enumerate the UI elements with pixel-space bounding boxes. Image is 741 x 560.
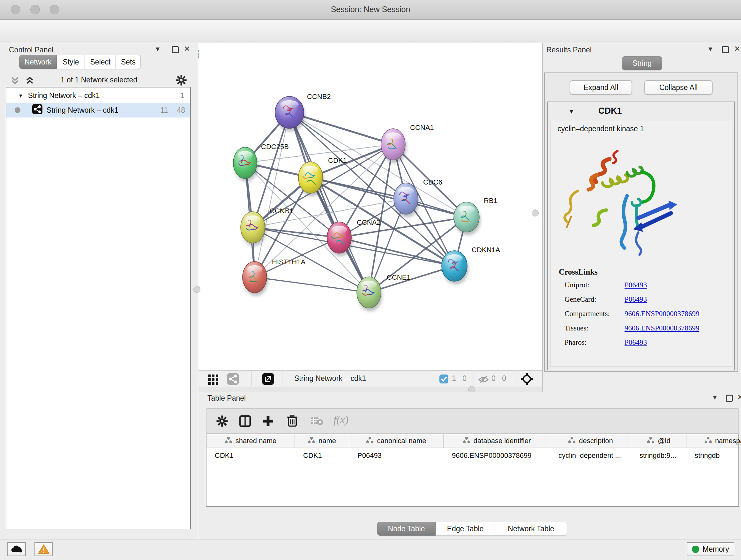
gene-description: cyclin–dependent kinase 1 [557, 125, 644, 133]
node-label-CDKN1A: CDKN1A [472, 246, 500, 254]
crosshair-move-icon[interactable] [520, 372, 534, 387]
left-splitter-handle[interactable] [193, 286, 200, 293]
node-CCNA2[interactable] [327, 222, 353, 256]
crosslink-value-link[interactable]: 9606.ENSP00000378699 [624, 324, 699, 332]
table-panel-title: Table Panel [207, 394, 246, 402]
node-label-CCNE1: CCNE1 [387, 273, 411, 281]
table-cell[interactable]: CDK1 [295, 448, 349, 463]
results-panel-float-icon[interactable] [722, 46, 729, 53]
edge-CDKN1A-CCNE1[interactable] [369, 266, 455, 293]
tab-network-table[interactable]: Network Table [495, 522, 567, 536]
gene-name: CDK1 [598, 106, 622, 116]
delete-table-icon [311, 416, 323, 427]
hidden-eye-icon [478, 374, 489, 386]
warning-icon [38, 544, 50, 554]
table-settings-gear-icon[interactable] [215, 415, 229, 429]
column-header-shared-name[interactable]: shared name [206, 434, 295, 448]
tab-string[interactable]: String [622, 56, 662, 70]
expand-all-button[interactable]: Expand All [569, 80, 632, 95]
table-panel-close-icon[interactable]: ✕ [737, 393, 741, 401]
app-window: Session: New Session [0, 0, 741, 560]
network-view-title: String Network – cdk1 [294, 374, 366, 383]
table-row[interactable]: CDK1CDK1P064939606.ENSP00000378699cyclin… [206, 448, 738, 463]
node-CCNE1[interactable] [357, 277, 382, 311]
crosslink-value-link[interactable]: P06493 [624, 295, 647, 303]
node-CCNB1[interactable] [241, 212, 266, 246]
column-header-database-identifier[interactable]: database identifier [444, 434, 550, 448]
node-CDKN1A[interactable] [442, 251, 468, 285]
column-header-namespace[interactable]: namespace [686, 434, 741, 448]
column-header-description[interactable]: description [550, 434, 631, 448]
edge-CCNB2-HIST1H1A[interactable] [255, 112, 289, 277]
memory-button[interactable]: Memory [687, 542, 734, 556]
network-options-gear-icon[interactable] [175, 74, 188, 88]
expand-all-networks-icon[interactable] [10, 75, 20, 87]
delete-column-trash-icon[interactable] [286, 414, 299, 428]
network-collection-row[interactable]: ▾ String Network – cdk1 1 [6, 88, 190, 103]
tab-node-table[interactable]: Node Table [377, 522, 435, 536]
control-panel-float-icon[interactable] [172, 46, 179, 53]
crosslink-value-link[interactable]: P06493 [624, 338, 647, 347]
open-view-icon[interactable] [262, 373, 274, 387]
edge-CDK1-RB1[interactable] [311, 178, 467, 217]
view-grid-icon[interactable] [207, 373, 219, 386]
statusbar-separator [282, 372, 282, 386]
status-bar: Memory [0, 540, 741, 560]
tab-sets[interactable]: Sets [116, 55, 141, 69]
show-columns-icon[interactable] [239, 415, 252, 429]
gene-collapse-icon[interactable]: ▾ [569, 107, 573, 116]
protein-structure-image [557, 137, 684, 264]
table-panel-float-icon[interactable] [726, 395, 733, 401]
selected-node-edge-counts: 1 - 0 [452, 374, 467, 383]
results-panel-close-icon[interactable]: ✕ [734, 45, 740, 53]
formula-builder-icon: f(x) [333, 414, 348, 426]
collapse-all-button[interactable]: Collapse All [644, 80, 713, 95]
tab-network[interactable]: Network [19, 55, 57, 69]
node-CCNB2[interactable] [275, 97, 305, 132]
control-panel-menu-icon[interactable]: ▾ [156, 45, 159, 53]
node-RB1[interactable] [454, 202, 481, 235]
node-label-CCNA2: CCNA2 [357, 219, 381, 226]
tree-expand-icon[interactable]: ▾ [19, 92, 22, 99]
table-cell[interactable]: 9606.ENSP00000378699 [444, 448, 550, 463]
view-string-badge-icon[interactable] [226, 373, 239, 387]
edge-CCNA2-HIST1H1A[interactable] [255, 238, 339, 277]
network-graph[interactable]: CCNB2CCNA1CDC25BCDK1CDC6RB1CCNB1CCNA2CDK… [199, 43, 542, 370]
node-HIST1H1A[interactable] [243, 261, 268, 296]
tab-select[interactable]: Select [85, 55, 116, 69]
column-header-canonical-name[interactable]: canonical name [349, 434, 444, 448]
collapse-all-networks-icon[interactable] [24, 75, 35, 87]
column-type-icon [308, 436, 315, 445]
table-panel-menu-icon[interactable]: ▾ [713, 393, 717, 401]
warning-status-button[interactable] [35, 542, 53, 556]
table-cell[interactable]: stringdb:9... [631, 448, 686, 463]
network-canvas[interactable]: CCNB2CCNA1CDC25BCDK1CDC6RB1CCNB1CCNA2CDK… [199, 43, 542, 370]
crosslink-value-link[interactable]: P06493 [624, 281, 647, 289]
edge-HIST1H1A-CCNE1[interactable] [255, 277, 369, 293]
table-cell[interactable]: cyclin–dependent ... [550, 448, 631, 463]
tab-edge-table[interactable]: Edge Table [435, 522, 495, 536]
right-splitter-handle[interactable] [532, 209, 539, 216]
table-cell[interactable]: P06493 [349, 448, 444, 463]
column-type-icon [704, 436, 712, 445]
column-header-label: namespace [715, 437, 741, 445]
crosslink-value-link[interactable]: 9606.ENSP00000378699 [624, 310, 699, 318]
table-cell[interactable]: CDK1 [206, 448, 295, 463]
control-panel-close-icon[interactable]: ✕ [184, 45, 190, 53]
cloud-status-button[interactable] [7, 542, 26, 556]
string-network-badge-icon [32, 104, 43, 117]
results-panel: Results Panel ▾ ✕ String Expand All Coll… [542, 43, 741, 392]
crosslink-label: Pharos: [564, 338, 624, 347]
crosslink-label: GeneCard: [564, 295, 624, 304]
selected-checkbox-icon[interactable] [439, 374, 449, 385]
crosslink-row: Uniprot:P06493 [564, 281, 647, 289]
tab-style[interactable]: Style [57, 55, 85, 69]
network-row-selected[interactable]: String Network – cdk1 11 48 [6, 103, 190, 118]
add-column-icon[interactable] [261, 415, 275, 429]
table-cell[interactable]: stringdb [686, 448, 741, 463]
results-panel-menu-icon[interactable]: ▾ [709, 45, 712, 53]
column-header-name[interactable]: name [295, 434, 349, 448]
node-label-HIST1H1A: HIST1H1A [272, 258, 306, 266]
column-header--id[interactable]: @id [631, 434, 686, 448]
network-collection-label: String Network – cdk1 [28, 91, 100, 100]
